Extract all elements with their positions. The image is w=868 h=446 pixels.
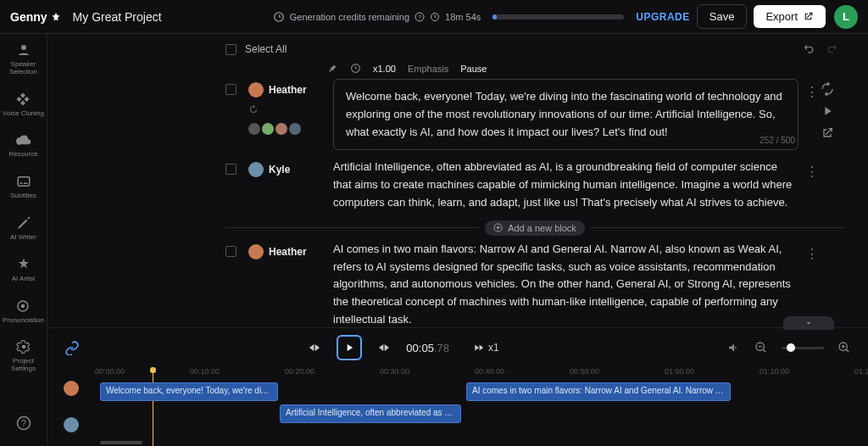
- time-display: 00:05.78: [406, 342, 449, 354]
- speaker-selector[interactable]: Heather: [248, 82, 321, 98]
- block-text-input[interactable]: AI comes in two main flavors: Narrow AI …: [333, 241, 798, 327]
- script-block: Kyle Artificial Intelligence, often abbr…: [225, 159, 844, 211]
- upgrade-link[interactable]: UPGRADE: [636, 11, 690, 23]
- editor: Select All x1.00 Emphasis Pause: [47, 34, 868, 327]
- timeline-ruler: 00:00.0000:10.0000:20.0000:30.0000:40.00…: [95, 367, 868, 381]
- svg-rect-5: [19, 183, 22, 185]
- track-avatar[interactable]: [64, 381, 79, 396]
- timeline-clip[interactable]: Artificial Intelligence, often abbreviat…: [280, 404, 461, 423]
- script-block: Heather Welcome back, everyone! Today, w…: [225, 79, 844, 150]
- svg-text:?: ?: [418, 14, 421, 20]
- add-block-divider: Add a new block: [225, 220, 844, 236]
- svg-rect-4: [18, 177, 30, 187]
- fast-forward-icon: [473, 342, 485, 354]
- zoom-in-icon[interactable]: [837, 341, 851, 354]
- timeline-track[interactable]: Artificial Intelligence, often abbreviat…: [95, 404, 868, 425]
- credits-progress: [492, 14, 624, 20]
- pin-icon[interactable]: [327, 63, 338, 74]
- export-icon: [803, 11, 814, 22]
- timeline-clip[interactable]: Welcome back, everyone! Today, we're di.…: [100, 382, 278, 401]
- add-block-button[interactable]: Add a new block: [485, 220, 585, 236]
- link-icon[interactable]: [64, 340, 80, 355]
- zoom-slider[interactable]: [782, 347, 824, 349]
- play-icon: [343, 342, 355, 354]
- speaker-avatar: [248, 162, 264, 177]
- collapse-timeline-button[interactable]: [783, 316, 834, 330]
- timeline-track-headers: [47, 367, 95, 446]
- undo-icon[interactable]: [802, 42, 815, 56]
- speaker-selector[interactable]: Kyle: [248, 162, 321, 177]
- svg-rect-6: [24, 183, 28, 185]
- logo-glyph-icon: [51, 12, 61, 22]
- svg-point-3: [21, 45, 26, 50]
- meter-icon: [273, 11, 285, 23]
- timeline-scrollbar[interactable]: [100, 441, 142, 444]
- help-button[interactable]: ?: [16, 415, 31, 434]
- speaker-avatar: [248, 82, 264, 98]
- speaker-name: Heather: [269, 246, 307, 258]
- play-button[interactable]: [337, 335, 362, 360]
- block-more-icon[interactable]: ⋮: [805, 84, 819, 100]
- user-avatar[interactable]: L: [834, 5, 858, 29]
- sidebar-item-pronunciation[interactable]: Pronunciation: [3, 298, 44, 325]
- sidebar-item-ai-writer[interactable]: AI Writer: [10, 215, 36, 242]
- regenerate-icon[interactable]: [821, 82, 834, 96]
- block-text-input[interactable]: Artificial Intelligence, often abbreviat…: [333, 159, 798, 211]
- history-icon[interactable]: [248, 103, 321, 118]
- zoom-out-icon[interactable]: [754, 341, 768, 354]
- sidebar-item-project-settings[interactable]: Project Settings: [0, 339, 47, 373]
- block-more-icon[interactable]: ⋮: [805, 246, 819, 262]
- sidebar-item-resource[interactable]: Resource: [8, 132, 37, 159]
- block-checkbox[interactable]: [225, 246, 236, 257]
- svg-text:?: ?: [21, 418, 26, 428]
- plus-icon: [493, 223, 503, 232]
- listeners: [248, 123, 321, 135]
- topbar: Genny My Great Project Generation credit…: [0, 0, 868, 34]
- playback-speed[interactable]: x1: [473, 342, 499, 354]
- save-button[interactable]: Save: [697, 4, 748, 29]
- chevron-down-icon: [804, 318, 814, 328]
- sidebar: Speaker Selection Voice Cloning Resource…: [0, 34, 47, 446]
- export-button[interactable]: Export: [754, 5, 826, 28]
- skip-back-icon[interactable]: [308, 341, 321, 354]
- timeline-clip[interactable]: AI comes in two main flavors: Narrow AI …: [466, 382, 731, 401]
- block-text-input[interactable]: Welcome back, everyone! Today, we're div…: [333, 79, 798, 150]
- block-toolbar: x1.00 Emphasis Pause: [327, 63, 844, 74]
- select-all-checkbox[interactable]: [225, 44, 236, 55]
- track-avatar[interactable]: [64, 417, 79, 432]
- block-checkbox[interactable]: [225, 164, 236, 175]
- emphasis-btn[interactable]: Emphasis: [408, 64, 448, 74]
- speaker-name: Heather: [269, 84, 307, 96]
- block-checkbox[interactable]: [225, 84, 236, 95]
- timeline-tracks[interactable]: 00:00.0000:10.0000:20.0000:30.0000:40.00…: [95, 367, 868, 446]
- svg-point-9: [21, 345, 25, 349]
- speaker-selector[interactable]: Heather: [248, 244, 321, 259]
- select-all-label: Select All: [245, 43, 287, 55]
- speaker-name: Kyle: [269, 164, 290, 176]
- speed-icon[interactable]: [350, 63, 361, 74]
- play-block-icon[interactable]: [821, 104, 834, 118]
- char-count: 252 / 500: [760, 136, 795, 145]
- redo-icon[interactable]: [826, 42, 839, 56]
- project-title: My Great Project: [73, 10, 162, 24]
- timeline-panel: 00:05.78 x1: [47, 327, 868, 446]
- sidebar-item-speaker-selection[interactable]: Speaker Selection: [0, 42, 47, 76]
- skip-forward-icon[interactable]: [377, 341, 391, 354]
- speaker-avatar: [248, 244, 264, 259]
- share-block-icon[interactable]: [821, 126, 834, 140]
- help-icon[interactable]: ?: [415, 12, 425, 22]
- sidebar-item-ai-artist[interactable]: AI Artist: [12, 257, 36, 283]
- credits-indicator: Generation credits remaining ? 18m 54s: [273, 11, 624, 23]
- volume-icon[interactable]: [727, 341, 741, 354]
- pause-btn[interactable]: Pause: [460, 64, 487, 74]
- clock-icon: [430, 12, 440, 22]
- svg-point-7: [21, 304, 25, 308]
- logo: Genny: [10, 10, 61, 24]
- script-block: Heather AI comes in two main flavors: Na…: [225, 241, 844, 327]
- speed-value[interactable]: x1.00: [373, 64, 396, 74]
- timeline-track[interactable]: Welcome back, everyone! Today, we're di.…: [95, 382, 868, 403]
- sidebar-item-subtitles[interactable]: Subtitles: [10, 174, 36, 200]
- block-more-icon[interactable]: ⋮: [805, 164, 819, 180]
- sidebar-item-voice-cloning[interactable]: Voice Cloning: [3, 92, 44, 118]
